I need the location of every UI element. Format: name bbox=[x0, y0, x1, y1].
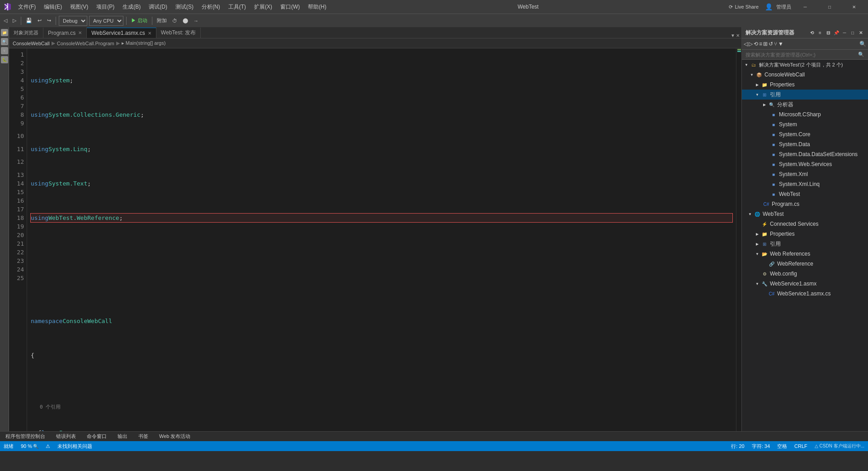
sidebar-git-icon[interactable]: ⑂ bbox=[1, 47, 8, 54]
se-tb-sync[interactable]: ⟲ bbox=[754, 41, 758, 47]
bottom-tab-errors[interactable]: 错误列表 bbox=[54, 432, 78, 441]
sidebar-explorer-icon[interactable]: 📁 bbox=[1, 29, 8, 36]
sidebar-search-icon[interactable]: 🔍 bbox=[1, 38, 8, 45]
toolbar-undo[interactable]: ↩ bbox=[36, 17, 43, 24]
se-tb-fwd[interactable]: ▷ bbox=[749, 41, 753, 47]
tree-ref-system[interactable]: ▶ ■ System bbox=[742, 119, 868, 129]
breadcrumb-method[interactable]: ▸ Main(string[] args) bbox=[122, 40, 166, 46]
platform-selector[interactable]: Any CPU bbox=[89, 16, 123, 26]
se-search-input[interactable] bbox=[745, 52, 856, 57]
toolbar-sep3 bbox=[126, 17, 127, 25]
close-button[interactable]: ✕ bbox=[844, 0, 864, 14]
bottom-tab-pkg[interactable]: 程序包管理控制台 bbox=[4, 432, 47, 441]
tree-webreference[interactable]: ▶ 🔗 WebReference bbox=[742, 259, 868, 269]
se-sync-btn[interactable]: ⟲ bbox=[808, 29, 816, 36]
tab-program-cs[interactable]: Program.cs ✕ bbox=[43, 28, 87, 38]
tree-webconfig[interactable]: ▶ ⚙ Web.config bbox=[742, 269, 868, 279]
close-program-cs[interactable]: ✕ bbox=[78, 30, 82, 35]
tree-ref-webtest[interactable]: ▶ ■ WebTest bbox=[742, 189, 868, 199]
tree-analyzer[interactable]: ▶ 🔍 分析器 bbox=[742, 100, 868, 109]
tree-ref-console[interactable]: ▼ ⊞ 引用 bbox=[742, 90, 868, 100]
tab-webtest-publish[interactable]: WebTest: 发布 bbox=[156, 28, 201, 38]
bottom-tab-cmd[interactable]: 命令窗口 bbox=[85, 432, 108, 441]
tree-project-console[interactable]: ▼ 📦 ConsoleWebCall bbox=[742, 70, 868, 80]
se-tb-git[interactable]: ⑂ bbox=[774, 41, 777, 47]
run-button[interactable]: ▶ 启动 bbox=[129, 16, 149, 25]
menu-view[interactable]: 视图(V) bbox=[66, 1, 92, 13]
tree-ref-systemxml[interactable]: ▶ ■ System.Xml bbox=[742, 169, 868, 179]
bottom-tab-output[interactable]: 输出 bbox=[116, 432, 129, 441]
config-selector[interactable]: Debug bbox=[59, 16, 87, 26]
tree-ref-systemdataset[interactable]: ▶ ■ System.Data.DataSetExtensions bbox=[742, 149, 868, 159]
maximize-button[interactable]: □ bbox=[819, 0, 840, 14]
se-tb-search[interactable]: 🔍 bbox=[859, 41, 866, 47]
tree-ref-systemdata[interactable]: ▶ ■ System.Data bbox=[742, 139, 868, 149]
tree-solution[interactable]: ▼ 🗂 解决方案'WebTest'(2 个项目，共 2 个) bbox=[742, 60, 868, 70]
live-share-button[interactable]: ⟳ Live Share bbox=[726, 3, 761, 11]
se-filter-btn[interactable]: ≡ bbox=[816, 29, 824, 36]
menu-test[interactable]: 测试(S) bbox=[172, 1, 197, 13]
menu-window[interactable]: 窗口(W) bbox=[277, 1, 303, 13]
toolbar-attach[interactable]: 附加 bbox=[155, 16, 169, 25]
tree-webservice1-asmxcs[interactable]: ▶ C# WebService1.asmx.cs bbox=[742, 289, 868, 299]
menu-extensions[interactable]: 扩展(X) bbox=[250, 1, 276, 13]
tree-ref-systemxmllinq[interactable]: ▶ ■ System.Xml.Linq bbox=[742, 179, 868, 189]
menu-build[interactable]: 生成(B) bbox=[119, 1, 144, 13]
se-close-btn[interactable]: ✕ bbox=[857, 29, 864, 36]
menu-file[interactable]: 文件(F) bbox=[14, 1, 39, 13]
editor-collapse[interactable]: ▼ bbox=[731, 33, 735, 38]
se-minimize-btn[interactable]: ─ bbox=[841, 29, 848, 36]
tree-ref-systemwebsvc[interactable]: ▶ ■ System.Web.Services bbox=[742, 159, 868, 169]
tree-label-system: System bbox=[779, 121, 797, 128]
sidebar-debug-icon[interactable]: 🐛 bbox=[1, 56, 8, 63]
toolbar-fwd[interactable]: ▷ bbox=[11, 17, 18, 24]
tree-web-references[interactable]: ▼ 📂 Web References bbox=[742, 249, 868, 259]
se-tb-refresh[interactable]: ↺ bbox=[769, 41, 773, 47]
statusbar-zoom[interactable]: 90 % 🔍 bbox=[21, 443, 38, 449]
menu-tools[interactable]: 工具(T) bbox=[225, 1, 250, 13]
tab-webservice-asmx[interactable]: WebService1.asmx.cs ✕ bbox=[87, 28, 156, 38]
tree-ref-mscsharp[interactable]: ▶ ■ Microsoft.CSharp bbox=[742, 109, 868, 119]
toolbar-save[interactable]: 💾 bbox=[24, 17, 34, 24]
toolbar-back[interactable]: ◁ bbox=[2, 17, 9, 24]
code-editor[interactable]: 1 2 3 4 5 6 7 8 9 10 11 12 13 14 15 16 1 bbox=[9, 48, 741, 431]
tree-ref-systemcore[interactable]: ▶ ■ System.Core bbox=[742, 129, 868, 139]
bottom-tab-bookmarks[interactable]: 书签 bbox=[137, 432, 150, 441]
se-expand-btn[interactable]: □ bbox=[849, 29, 856, 36]
editor-close[interactable]: ✕ bbox=[736, 33, 740, 38]
close-webservice[interactable]: ✕ bbox=[148, 31, 151, 36]
tree-connected-services[interactable]: ▶ ⚡ Connected Services bbox=[742, 219, 868, 229]
se-tb-back[interactable]: ◁ bbox=[744, 41, 748, 47]
user-avatar[interactable]: 👤 bbox=[765, 3, 773, 10]
tree-properties-2[interactable]: ▶ 📁 Properties bbox=[742, 229, 868, 239]
menu-edit[interactable]: 编辑(E) bbox=[40, 1, 66, 13]
minimize-button[interactable]: ─ bbox=[795, 0, 816, 14]
menu-debug[interactable]: 调试(D) bbox=[145, 1, 171, 13]
breadcrumb-class[interactable]: ConsoleWebCall.Program bbox=[57, 41, 114, 46]
se-tb-props[interactable]: ≡ bbox=[759, 41, 762, 47]
tree-webservice1-asmx[interactable]: ▼ 🔧 WebService1.asmx bbox=[742, 279, 868, 289]
tree-label-asmxcs: WebService1.asmx.cs bbox=[777, 290, 830, 297]
code-line-5: using WebTest.WebReference; bbox=[31, 214, 732, 222]
menu-project[interactable]: 项目(P) bbox=[93, 1, 118, 13]
se-pin-btn[interactable]: 📌 bbox=[833, 29, 840, 36]
se-tb-filter[interactable]: ▼ bbox=[778, 41, 783, 47]
code-line-10-ref: 0 个引用 bbox=[31, 403, 732, 411]
toolbar-perf[interactable]: ⏱ bbox=[170, 17, 179, 24]
se-collapse-all[interactable]: ⊟ bbox=[825, 29, 832, 36]
bottom-tab-webpublish[interactable]: Web 发布活动 bbox=[157, 432, 192, 441]
statusbar-notification: △ CSDN 客户端运行中... bbox=[815, 443, 864, 449]
tab-object-browser[interactable]: 对象浏览器 bbox=[9, 28, 43, 38]
tree-project-webtest[interactable]: ▼ 🌐 WebTest bbox=[742, 209, 868, 219]
toolbar-step[interactable]: → bbox=[192, 17, 200, 24]
line-numbers: 1 2 3 4 5 6 7 8 9 10 11 12 13 14 15 16 1 bbox=[9, 48, 27, 431]
code-content[interactable]: using System; using System.Collections.G… bbox=[27, 48, 736, 431]
tree-programcs[interactable]: ▶ C# Program.cs bbox=[742, 199, 868, 209]
se-tb-view[interactable]: ⊞ bbox=[763, 41, 768, 47]
tree-ref-webtest-proj[interactable]: ▶ ⊞ 引用 bbox=[742, 239, 868, 249]
tree-properties-1[interactable]: ▶ 📁 Properties bbox=[742, 80, 868, 90]
menu-help[interactable]: 帮助(H) bbox=[304, 1, 330, 13]
menu-analyze[interactable]: 分析(N) bbox=[198, 1, 224, 13]
toolbar-redo[interactable]: ↪ bbox=[45, 17, 53, 24]
toolbar-bp[interactable]: ⬤ bbox=[181, 17, 190, 24]
